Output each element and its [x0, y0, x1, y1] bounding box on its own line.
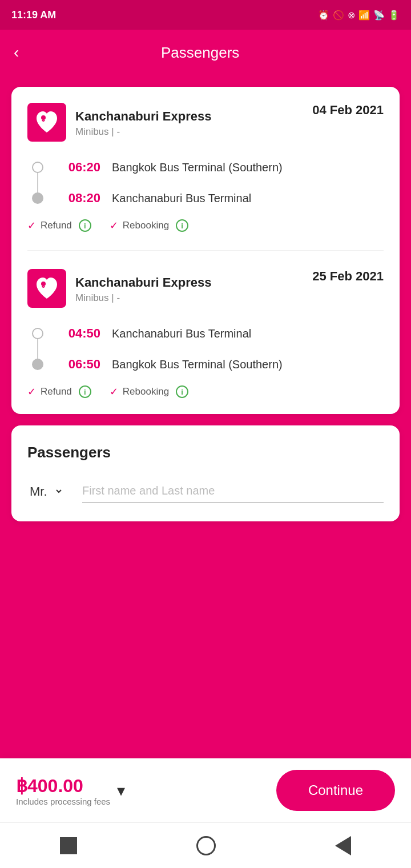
alarm-icon: ⏰	[318, 10, 329, 21]
nav-back-button[interactable]	[335, 836, 351, 855]
price-section: ฿400.00 Includes processing fees	[16, 775, 110, 806]
expand-icon[interactable]: ▾	[117, 781, 125, 800]
stop-name-2-1: Kanchanaburi Bus Terminal	[112, 327, 251, 340]
title-dropdown[interactable]: Mr. Ms. Mrs.	[27, 484, 63, 499]
feature-rebooking-label-2: Rebooking	[123, 386, 169, 397]
back-button[interactable]: ‹	[14, 43, 19, 62]
bottom-bar: ฿400.00 Includes processing fees ▾ Conti…	[0, 758, 411, 822]
trip-1-header: Kanchanaburi Express Minibus | - 04 Feb …	[27, 103, 384, 144]
name-input[interactable]	[82, 480, 384, 503]
feature-rebooking-label-1: Rebooking	[123, 220, 169, 231]
nav-stop-button[interactable]	[60, 837, 77, 854]
stop-dot-open-1	[32, 162, 43, 173]
battery-icon: 🔋	[388, 10, 400, 21]
price-amount: ฿400.00	[16, 775, 110, 797]
route-stop-1-1: 06:20 Bangkok Bus Terminal (Southern)	[32, 160, 384, 175]
trip-1-type: Minibus | -	[75, 126, 211, 138]
trip-2-info: Kanchanaburi Express Minibus | -	[75, 275, 211, 304]
stop-dot-filled-2	[32, 359, 43, 370]
blocked-icon: 🚫	[333, 10, 344, 21]
svg-point-1	[41, 115, 46, 120]
stop-name-1-1: Bangkok Bus Terminal (Southern)	[112, 161, 283, 174]
svg-point-3	[41, 282, 46, 286]
feature-refund-label-2: Refund	[41, 386, 72, 397]
stop-dot-filled-1	[32, 192, 43, 204]
trip-1-date: 04 Feb 2021	[312, 103, 384, 118]
trip-2: Kanchanaburi Express Minibus | - 25 Feb …	[27, 269, 384, 398]
feature-refund-label-1: Refund	[41, 220, 72, 231]
nav-home-button[interactable]	[196, 836, 216, 855]
feature-refund-2: ✓ Refund i	[27, 385, 91, 398]
stop-time-2-2: 06:50	[55, 357, 100, 372]
trip-1-header-left: Kanchanaburi Express Minibus | -	[27, 103, 211, 144]
trip-2-date: 25 Feb 2021	[312, 269, 384, 284]
check-icon-4: ✓	[110, 385, 118, 398]
stop-time-2-1: 04:50	[55, 326, 100, 341]
nav-back-icon	[335, 836, 351, 855]
main-content: Kanchanaburi Express Minibus | - 04 Feb …	[0, 75, 411, 758]
blocked2-icon: ⊗	[348, 10, 355, 21]
nav-bar	[0, 822, 411, 868]
feature-refund-1: ✓ Refund i	[27, 219, 91, 232]
signal-icon: 📶	[358, 10, 370, 21]
route-stop-1-2: 08:20 Kanchanaburi Bus Terminal	[32, 191, 384, 206]
trip-1: Kanchanaburi Express Minibus | - 04 Feb …	[27, 103, 384, 232]
trip-1-route: 06:20 Bangkok Bus Terminal (Southern) 08…	[32, 160, 384, 206]
stop-time-1-2: 08:20	[55, 191, 100, 206]
trip-2-header: Kanchanaburi Express Minibus | - 25 Feb …	[27, 269, 384, 310]
status-icons: ⏰ 🚫 ⊗ 📶 📡 🔋	[318, 10, 400, 21]
nav-stop-icon	[60, 837, 77, 854]
passengers-card: Passengers Mr. Ms. Mrs.	[11, 425, 400, 521]
brand-logo-1	[27, 103, 66, 144]
trip-2-type: Minibus | -	[75, 292, 211, 304]
route-stop-2-1: 04:50 Kanchanaburi Bus Terminal	[32, 326, 384, 341]
feature-rebooking-1: ✓ Rebooking i	[110, 219, 188, 232]
passenger-input-row: Mr. Ms. Mrs.	[27, 480, 384, 503]
status-time: 11:19 AM	[11, 9, 56, 21]
info-badge-rebooking-1[interactable]: i	[176, 219, 188, 232]
trip-1-brand: Kanchanaburi Express	[75, 109, 211, 124]
info-badge-refund-1[interactable]: i	[79, 219, 91, 232]
feature-rebooking-2: ✓ Rebooking i	[110, 385, 188, 398]
wifi-icon: 📡	[373, 10, 385, 21]
header: ‹ Passengers	[0, 30, 411, 75]
status-bar: 11:19 AM ⏰ 🚫 ⊗ 📶 📡 🔋	[0, 0, 411, 30]
trip-2-brand: Kanchanaburi Express	[75, 275, 211, 290]
info-badge-refund-2[interactable]: i	[79, 385, 91, 398]
trip-2-features: ✓ Refund i ✓ Rebooking i	[27, 385, 384, 398]
trip-2-header-left: Kanchanaburi Express Minibus | -	[27, 269, 211, 310]
passengers-title: Passengers	[27, 444, 384, 461]
stop-name-1-2: Kanchanaburi Bus Terminal	[112, 192, 251, 205]
stop-name-2-2: Bangkok Bus Terminal (Southern)	[112, 358, 283, 371]
title-select[interactable]: Mr. Ms. Mrs.	[27, 484, 73, 499]
page-title: Passengers	[28, 44, 372, 62]
check-icon-1: ✓	[27, 219, 36, 232]
price-row: ฿400.00 Includes processing fees ▾	[16, 775, 125, 806]
stop-time-1-1: 06:20	[55, 160, 100, 175]
route-stop-2-2: 06:50 Bangkok Bus Terminal (Southern)	[32, 357, 384, 372]
trip-2-route: 04:50 Kanchanaburi Bus Terminal 06:50 Ba…	[32, 326, 384, 372]
trip-1-info: Kanchanaburi Express Minibus | -	[75, 109, 211, 138]
brand-logo-2	[27, 269, 66, 310]
trips-card: Kanchanaburi Express Minibus | - 04 Feb …	[11, 87, 400, 414]
check-icon-2: ✓	[110, 219, 118, 232]
stop-dot-open-2	[32, 328, 43, 339]
continue-button[interactable]: Continue	[276, 770, 395, 811]
price-label: Includes processing fees	[16, 797, 110, 806]
trip-1-features: ✓ Refund i ✓ Rebooking i	[27, 219, 384, 232]
check-icon-3: ✓	[27, 385, 36, 398]
info-badge-rebooking-2[interactable]: i	[176, 385, 188, 398]
nav-home-icon	[196, 836, 216, 855]
